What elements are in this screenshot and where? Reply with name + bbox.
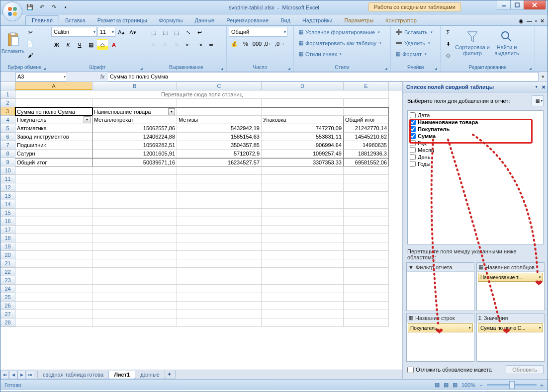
row-header[interactable]: 22	[0, 268, 15, 276]
cell[interactable]	[344, 293, 389, 302]
view-normal-icon[interactable]: ▦	[435, 382, 440, 388]
cell[interactable]	[92, 183, 177, 192]
cell[interactable]	[92, 166, 177, 175]
office-button[interactable]	[2, 1, 22, 21]
cell[interactable]	[262, 217, 344, 226]
cell[interactable]	[344, 285, 389, 293]
cell[interactable]	[92, 268, 177, 276]
font-name-combo[interactable]: Calibri	[51, 27, 97, 37]
percent-icon[interactable]: %	[240, 38, 251, 49]
cell[interactable]	[92, 259, 177, 268]
underline-icon[interactable]: Ч	[74, 39, 85, 50]
cell[interactable]	[15, 268, 92, 276]
cell[interactable]	[262, 209, 344, 217]
cell[interactable]	[177, 318, 262, 327]
increase-decimal-icon[interactable]: ,0←	[263, 38, 274, 49]
cell[interactable]	[15, 192, 92, 200]
cell[interactable]	[177, 226, 262, 234]
cell[interactable]	[262, 107, 344, 116]
row-header[interactable]: 15	[0, 209, 15, 217]
cell[interactable]	[15, 183, 92, 192]
tab-review[interactable]: Рецензирование	[220, 16, 274, 25]
cell[interactable]: 3504357,85	[177, 141, 262, 150]
cell[interactable]	[177, 259, 262, 268]
cell[interactable]: Перетащите сюда поля страниц	[15, 90, 389, 99]
font-color-icon[interactable]: A	[108, 39, 119, 50]
cell[interactable]	[15, 175, 92, 183]
insert-sheet-icon[interactable]: ✦	[165, 370, 176, 379]
cell[interactable]	[92, 276, 177, 285]
fx-icon[interactable]: fx	[97, 74, 108, 79]
row-header[interactable]: 13	[0, 192, 15, 200]
cell[interactable]	[344, 318, 389, 327]
cell[interactable]: 21242770,14	[344, 124, 389, 133]
cell[interactable]	[344, 234, 389, 242]
cell[interactable]: Подшипник	[15, 141, 92, 150]
cell[interactable]	[92, 285, 177, 293]
cell[interactable]: Сумма по полю Сумма	[15, 107, 92, 116]
col-header-E[interactable]: E	[344, 82, 389, 90]
row-header[interactable]: 16	[0, 217, 15, 226]
cell[interactable]	[344, 310, 389, 318]
cell[interactable]	[15, 166, 92, 175]
cell[interactable]	[92, 242, 177, 251]
cell[interactable]	[177, 285, 262, 293]
cell[interactable]	[15, 99, 92, 107]
cell[interactable]	[15, 293, 92, 302]
cell[interactable]	[15, 276, 92, 285]
sheet-tab-2[interactable]: Лист1	[108, 371, 135, 379]
row-header[interactable]: 5	[0, 124, 15, 133]
cell[interactable]: 1099257,49	[262, 150, 344, 158]
help-icon[interactable]: ◉	[519, 18, 524, 24]
cell[interactable]	[92, 318, 177, 327]
cell[interactable]	[344, 259, 389, 268]
cell[interactable]: 69581552,06	[344, 158, 389, 166]
field-item[interactable]: Месяц	[409, 147, 542, 154]
cell[interactable]	[344, 99, 389, 107]
cell[interactable]: 10569282,51	[92, 141, 177, 150]
format-cells-button[interactable]: ▦Формат	[393, 49, 438, 59]
cell[interactable]	[262, 318, 344, 327]
cell[interactable]	[262, 234, 344, 242]
cell[interactable]: Метизы	[177, 116, 262, 124]
field-checkbox[interactable]	[410, 112, 416, 118]
cell[interactable]: 16234527,57	[177, 158, 262, 166]
row-header[interactable]: 24	[0, 285, 15, 293]
field-checkbox[interactable]	[410, 154, 416, 160]
expand-formula-bar-icon[interactable]: ▾	[539, 74, 548, 80]
mdi-restore-icon[interactable]: ▫	[535, 18, 537, 24]
cell[interactable]: Сатурн	[15, 150, 92, 158]
col-header-D[interactable]: D	[262, 82, 344, 90]
cell[interactable]	[92, 99, 177, 107]
tab-view[interactable]: Вид	[274, 16, 296, 25]
field-item[interactable]: Дата	[409, 112, 542, 119]
cell[interactable]	[92, 293, 177, 302]
cell[interactable]: 18812936,3	[344, 150, 389, 158]
cell[interactable]	[177, 175, 262, 183]
cell[interactable]	[262, 302, 344, 310]
cell[interactable]	[177, 107, 262, 116]
cell[interactable]	[344, 175, 389, 183]
cell[interactable]	[92, 302, 177, 310]
cell[interactable]	[177, 293, 262, 302]
tab-home[interactable]: Главная	[25, 15, 59, 25]
formula-input[interactable]: Сумма по полю Сумма	[108, 72, 539, 81]
cell[interactable]	[177, 234, 262, 242]
cell[interactable]: 3307353,33	[262, 158, 344, 166]
clear-icon[interactable]: ◇	[443, 50, 454, 61]
autosum-icon[interactable]: Σ	[443, 27, 454, 38]
fill-color-icon[interactable]: ◇	[97, 39, 108, 50]
row-header[interactable]: 10	[0, 166, 15, 175]
cell[interactable]	[177, 302, 262, 310]
indent-increase-icon[interactable]: ⇥	[194, 39, 205, 50]
align-left-icon[interactable]: ≡	[148, 39, 159, 50]
paste-button[interactable]: Вставить	[2, 27, 23, 60]
row-header[interactable]: 2	[0, 99, 15, 107]
close-button[interactable]	[524, 0, 546, 9]
cell[interactable]	[92, 310, 177, 318]
row-header[interactable]: 26	[0, 302, 15, 310]
cell[interactable]	[344, 302, 389, 310]
align-center-icon[interactable]: ≡	[160, 39, 171, 50]
cell[interactable]	[344, 217, 389, 226]
cell[interactable]	[15, 209, 92, 217]
